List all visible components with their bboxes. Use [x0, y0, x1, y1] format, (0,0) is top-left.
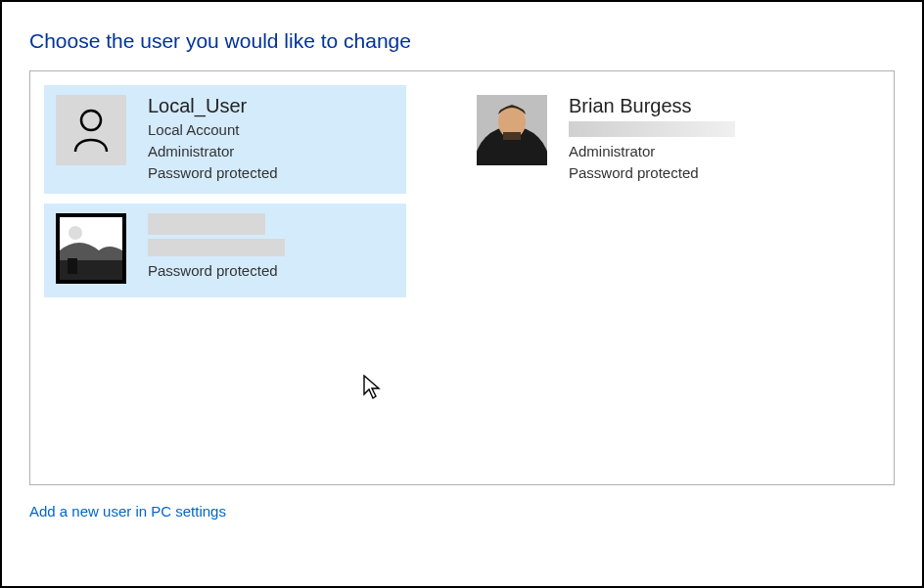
user-card-brian-burgess[interactable]: Brian Burgess Administrator Password pro… [465, 85, 827, 194]
user-detail: Password protected [148, 260, 285, 282]
user-info: Password protected [148, 213, 285, 282]
user-detail: Local Account [148, 119, 278, 141]
avatar-photo [477, 95, 547, 165]
person-icon [71, 107, 111, 154]
user-card-redacted[interactable]: Password protected [44, 204, 406, 297]
svg-rect-4 [503, 132, 521, 140]
user-info: Local_User Local Account Administrator P… [148, 95, 278, 183]
user-name: Local_User [148, 95, 278, 117]
avatar-landscape [56, 213, 126, 284]
svg-rect-8 [68, 258, 77, 274]
user-grid: Local_User Local Account Administrator P… [44, 85, 880, 297]
user-detail: Password protected [569, 162, 735, 184]
user-detail: Password protected [148, 162, 278, 184]
user-name: Brian Burgess [569, 95, 735, 117]
svg-point-7 [69, 226, 82, 240]
redacted-text [148, 239, 285, 256]
cursor-icon [363, 375, 383, 400]
user-detail: Administrator [148, 141, 278, 162]
svg-point-0 [81, 111, 101, 130]
user-list-panel: Local_User Local Account Administrator P… [29, 70, 895, 485]
redacted-text [148, 213, 265, 235]
add-user-link[interactable]: Add a new user in PC settings [29, 503, 226, 520]
redacted-text [569, 121, 735, 137]
window: Choose the user you would like to change… [0, 0, 924, 588]
user-detail: Administrator [569, 141, 735, 162]
user-info: Brian Burgess Administrator Password pro… [569, 95, 735, 184]
page-heading: Choose the user you would like to change [29, 29, 895, 53]
user-card-local-user[interactable]: Local_User Local Account Administrator P… [44, 85, 406, 194]
avatar-placeholder [56, 95, 126, 165]
